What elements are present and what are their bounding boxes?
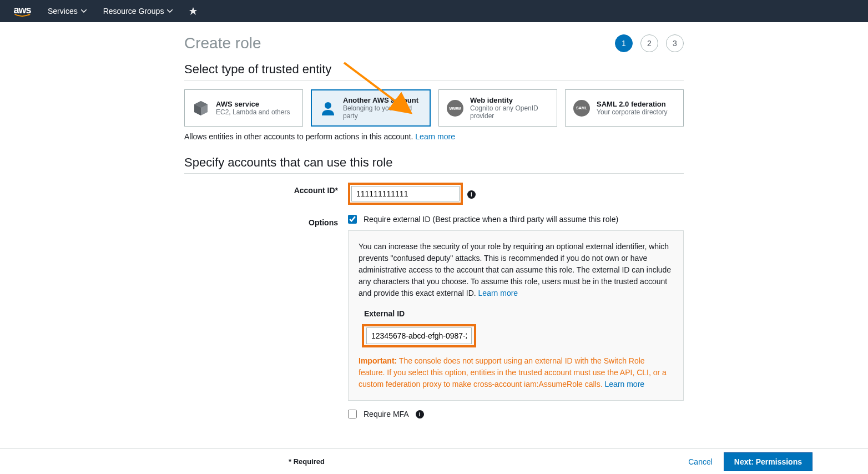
chevron-down-icon [81,9,87,13]
saml-icon: SAML [572,99,591,118]
chevron-down-icon [167,9,173,13]
external-id-input[interactable] [366,327,472,344]
aws-smile-icon [11,14,33,17]
info-icon[interactable]: i [467,190,476,199]
account-id-row: Account ID* i [184,183,684,205]
external-id-callout: You can increase the security of your ro… [348,230,684,401]
nav-services[interactable]: Services [48,7,87,16]
entity-card-saml[interactable]: SAML SAML 2.0 federation Your corporate … [565,89,684,127]
card-title: Web identity [470,96,550,104]
step-2[interactable]: 2 [640,34,658,52]
require-mfa-row: Require MFA i [348,410,684,418]
entity-card-aws-service[interactable]: AWS service EC2, Lambda and others [184,89,303,127]
svg-point-1 [325,102,331,109]
entity-cards: AWS service EC2, Lambda and others Anoth… [184,89,684,127]
page-title-row: Create role 1 2 3 [184,34,684,52]
entity-learn-more-link[interactable]: Learn more [415,132,455,141]
important-note: Important: The console does not support … [359,355,673,390]
required-note: * Required [289,457,325,466]
card-sub: Belonging to you or 3rd party [343,104,423,120]
next-permissions-button[interactable]: Next: Permissions [724,452,813,471]
step-1[interactable]: 1 [615,34,633,52]
pin-button[interactable] [189,7,197,15]
pin-icon [189,7,197,15]
options-label: Options [184,215,348,227]
footer-bar: * Required Cancel Next: Permissions [0,448,868,474]
require-external-id-checkbox[interactable] [348,215,357,224]
aws-logo[interactable]: aws [11,5,33,17]
entity-card-another-account[interactable]: Another AWS account Belonging to you or … [311,89,431,127]
account-id-label: Account ID* [184,183,348,195]
entity-description: Allows entities in other accounts to per… [184,132,684,141]
require-mfa-checkbox[interactable] [348,410,357,418]
card-sub: Cognito or any OpenID provider [470,104,550,120]
card-title: SAML 2.0 federation [597,100,668,108]
person-icon [319,99,337,118]
section-trusted-entity-heading: Select type of trusted entity [184,62,684,80]
account-id-highlight [348,183,463,205]
page-content: Create role 1 2 3 Select type of trusted… [184,22,684,474]
callout-learn-more-link[interactable]: Learn more [478,289,518,297]
top-nav: aws Services Resource Groups [0,0,868,22]
card-title: AWS service [216,100,290,108]
require-mfa-label: Require MFA [364,410,409,418]
card-title: Another AWS account [343,96,423,104]
external-id-label: External ID [364,308,673,320]
footer-actions: Cancel Next: Permissions [688,452,813,471]
important-prefix: Important: [359,356,397,365]
nav-services-label: Services [48,7,78,16]
card-sub: Your corporate directory [597,108,668,116]
require-external-id-row: Require external ID (Best practice when … [348,215,684,224]
page-title: Create role [184,34,261,52]
wizard-steps: 1 2 3 [615,34,684,52]
entity-description-text: Allows entities in other accounts to per… [184,132,413,141]
external-id-highlight [362,324,476,347]
card-sub: EC2, Lambda and others [216,108,290,116]
section-specify-heading: Specify accounts that can use this role [184,155,684,174]
nav-resource-groups-label: Resource Groups [103,7,164,16]
options-row: Options Require external ID (Best practi… [184,215,684,425]
www-icon: www [446,99,465,118]
step-3[interactable]: 3 [666,34,684,52]
cube-icon [191,99,210,118]
info-icon[interactable]: i [416,410,424,418]
cancel-button[interactable]: Cancel [688,457,713,466]
require-external-id-label: Require external ID (Best practice when … [364,215,618,224]
account-id-input[interactable] [351,186,460,201]
nav-resource-groups[interactable]: Resource Groups [103,7,173,16]
important-learn-more-link[interactable]: Learn more [605,380,645,389]
entity-card-web-identity[interactable]: www Web identity Cognito or any OpenID p… [438,89,557,127]
